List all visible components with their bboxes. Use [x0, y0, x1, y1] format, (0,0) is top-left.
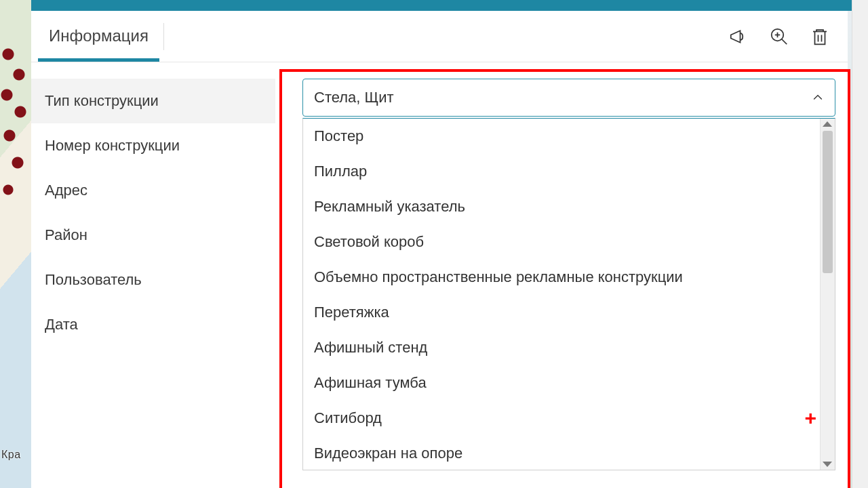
panel-toolbar: [727, 25, 837, 48]
dropdown-option[interactable]: Афишный стенд: [303, 330, 820, 365]
dropdown-option[interactable]: Видеоэкран на опоре: [303, 436, 820, 470]
map-background-left[interactable]: Кра: [0, 0, 31, 488]
map-background-right: [848, 11, 852, 488]
construction-type-dropdown: ПостерПилларРекламный указательСветовой …: [302, 118, 835, 470]
window-scrollbar-right[interactable]: [852, 0, 868, 488]
info-panel: Информация: [31, 11, 848, 488]
dropdown-list: ПостерПилларРекламный указательСветовой …: [303, 119, 820, 470]
zoom-in-button[interactable]: [768, 25, 791, 48]
trash-icon: [810, 26, 830, 47]
label-construction-type[interactable]: Тип конструкции: [31, 79, 275, 123]
map-label-fragment: Кра: [1, 449, 21, 461]
svg-line-1: [782, 39, 787, 44]
tab-information[interactable]: Информация: [42, 13, 155, 60]
construction-type-select[interactable]: Стела, Щит: [302, 79, 835, 117]
construction-type-value: Стела, Щит: [314, 89, 394, 106]
tabs-row: Информация: [31, 11, 848, 62]
dropdown-option[interactable]: Световой короб: [303, 224, 820, 260]
dropdown-option[interactable]: Перетяжка: [303, 295, 820, 330]
dropdown-scrollbar-thumb[interactable]: [823, 131, 833, 273]
chevron-up-icon: [808, 79, 827, 117]
dropdown-option[interactable]: Ситиборд: [303, 401, 820, 436]
zoom-in-icon: [769, 26, 789, 47]
field-labels-column: Тип конструкции Номер конструкции Адрес …: [31, 62, 275, 488]
dropdown-option[interactable]: Афишная тумба: [303, 365, 820, 401]
label-construction-number[interactable]: Номер конструкции: [31, 123, 275, 168]
dropdown-option[interactable]: Пиллар: [303, 154, 820, 189]
megaphone-icon: [728, 26, 749, 47]
field-values-column: Стела, Щит ПостерПилларРекламный указате…: [275, 62, 848, 488]
label-user[interactable]: Пользователь: [31, 258, 275, 302]
label-address[interactable]: Адрес: [31, 168, 275, 213]
label-district[interactable]: Район: [31, 213, 275, 258]
add-item-button[interactable]: +: [804, 408, 816, 428]
label-date[interactable]: Дата: [31, 302, 275, 347]
tab-divider: [163, 23, 164, 50]
panel-body: Тип конструкции Номер конструкции Адрес …: [31, 62, 848, 488]
dropdown-option[interactable]: Рекламный указатель: [303, 189, 820, 224]
construction-type-select-wrap: Стела, Щит ПостерПилларРекламный указате…: [302, 79, 835, 117]
panel-header-bar: [31, 0, 852, 11]
announce-button[interactable]: [727, 25, 750, 48]
dropdown-option[interactable]: Объемно пространственные рекламные конст…: [303, 260, 820, 295]
dropdown-option[interactable]: Постер: [303, 119, 820, 154]
dropdown-scrollbar[interactable]: [820, 119, 835, 470]
delete-button[interactable]: [808, 25, 831, 48]
